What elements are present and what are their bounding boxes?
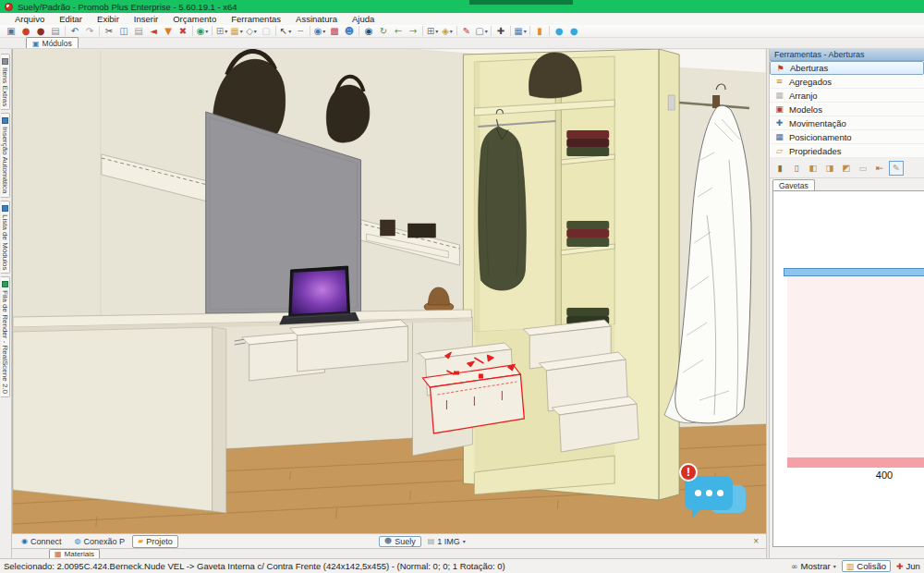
dropdown-arrow-icon: ▾ xyxy=(463,538,466,544)
cut-icon[interactable]: ✂▾ xyxy=(102,25,116,37)
show-button[interactable]: ∞ Mostrar ▾ xyxy=(791,561,836,571)
chat-notification-widget[interactable]: ! xyxy=(683,467,749,524)
3d-viewport[interactable]: ! xyxy=(12,49,766,533)
monitor-icon[interactable]: ▢▾ xyxy=(474,25,489,37)
eye-icon[interactable]: ◉▾ xyxy=(361,25,376,37)
edit-pencil-icon[interactable]: ✎▾ xyxy=(459,25,474,37)
image-count-button[interactable]: ▤ 1 IMG ▾ xyxy=(423,536,470,547)
collision-icon: ▥ xyxy=(846,562,855,571)
tool-movimentacao[interactable]: ✚ Movimentação xyxy=(770,116,924,130)
funnel-icon[interactable]: ▼▾ xyxy=(161,25,176,37)
move-icon[interactable]: ✚▾ xyxy=(493,25,508,37)
chat-bubble-icon[interactable]: ●▾ xyxy=(552,25,566,37)
tools-panel-header: Ferramentas - Aberturas xyxy=(770,49,924,61)
menu-exibir[interactable]: Exibir xyxy=(90,13,127,25)
shapes-icon[interactable]: ◇▾ xyxy=(244,25,259,37)
collision-button[interactable]: ▥ Colisão xyxy=(842,560,891,572)
tool-aberturas[interactable]: ⚑ Aberturas xyxy=(770,61,924,75)
copy-icon[interactable]: ◫▾ xyxy=(116,25,131,37)
dropdown-arrow-icon: ▾ xyxy=(435,29,438,34)
paste-icon[interactable]: ▤▾ xyxy=(131,25,146,37)
dropdown-arrow-icon: ▾ xyxy=(205,29,208,34)
build-environment-icon[interactable]: ⊞▾ xyxy=(214,25,229,37)
opening-align-icon[interactable]: ⇤ xyxy=(872,161,887,176)
viewport-bottom-bar: ◉Connect ◍Conexão P ▰Projeto ☻ Suely ▤ 1… xyxy=(12,533,766,548)
dropdown-arrow-icon: ▾ xyxy=(322,29,325,34)
chat-bubble-icon xyxy=(685,476,733,510)
redo-icon[interactable]: ↷▾ xyxy=(82,25,97,37)
tab-modulos[interactable]: ▣ Módulos xyxy=(26,37,79,48)
red-pointer-icon[interactable]: ◄▾ xyxy=(146,25,161,37)
materials-icon: ▦ xyxy=(55,550,62,558)
tool-icon: ▦ xyxy=(774,132,784,141)
promob-catalog-icon[interactable]: ●▾ xyxy=(18,25,33,37)
person-icon[interactable]: ☻▾ xyxy=(342,25,357,37)
print-icon[interactable]: ▤▾ xyxy=(48,25,63,37)
opening-paste-icon[interactable]: ◨ xyxy=(822,161,837,176)
tool-arranjo[interactable]: ▦ Arranjo xyxy=(770,89,924,103)
menu-orcamento[interactable]: Orçamento xyxy=(165,13,224,25)
nav-forward-icon[interactable]: →▾ xyxy=(406,25,420,37)
promob-update-icon[interactable]: ●▾ xyxy=(33,25,48,37)
menu-editar[interactable]: Editar xyxy=(52,13,90,25)
dropdown-arrow-icon: ▾ xyxy=(240,29,243,34)
join-button[interactable]: ✚ Jun xyxy=(896,561,924,571)
user-button[interactable]: ☻ Suely xyxy=(379,536,421,547)
tab-itens-extras[interactable]: Itens Extras xyxy=(1,54,10,110)
menu-ajuda[interactable]: Ajuda xyxy=(345,13,382,25)
tab-lista-de-modulos[interactable]: Lista de Módulos xyxy=(1,201,10,274)
title-bar: Suely/Padrão - Promob Plus Enterprise - … xyxy=(0,0,924,13)
cube-3d-icon[interactable]: ◈▾ xyxy=(440,25,455,37)
tool-icon: ▱ xyxy=(774,146,784,155)
dropdown-arrow-icon: ▾ xyxy=(485,29,488,34)
render-sphere-icon[interactable]: ◉▾ xyxy=(195,25,210,37)
opening-new-icon[interactable]: ▮ xyxy=(772,161,787,176)
tool-icon: ▣ xyxy=(774,104,784,114)
opening-edit-icon[interactable]: ✎ xyxy=(889,161,904,176)
menu-arquivo[interactable]: Arquivo xyxy=(7,13,52,25)
sidebar-tab-icon xyxy=(2,58,8,65)
nav-back-icon[interactable]: ←▾ xyxy=(391,25,406,37)
lighting-icon[interactable]: ◉▾ xyxy=(312,25,327,37)
delete-icon[interactable]: ✖▾ xyxy=(176,25,190,37)
orbit-icon[interactable]: ↻▾ xyxy=(376,25,391,37)
image-panel-icon[interactable]: ▦▾ xyxy=(513,25,528,37)
tool-modelos[interactable]: ▣ Modelos xyxy=(770,103,924,116)
floorplan-icon[interactable]: ▢▾ xyxy=(259,25,274,37)
viewport-close-button[interactable]: × xyxy=(749,536,762,546)
save-icon[interactable]: ▣▾ xyxy=(4,25,18,37)
drawer-diagram[interactable]: 400 xyxy=(772,190,924,547)
tab-materiais[interactable]: ▦ Materiais xyxy=(49,549,100,558)
walls-icon[interactable]: ▦▾ xyxy=(229,25,244,37)
tab-insercao-automatica[interactable]: Inserção Automática xyxy=(1,113,10,197)
menu-assinatura[interactable]: Assinatura xyxy=(288,13,345,25)
menu-ferramentas[interactable]: Ferramentas xyxy=(224,13,288,25)
tool-posicionamento[interactable]: ▦ Posicionamento xyxy=(770,130,924,144)
menu-inserir[interactable]: Inserir xyxy=(127,13,165,25)
opening-distribute-icon[interactable]: ▭ xyxy=(856,161,870,176)
opening-auto-icon[interactable]: ◩ xyxy=(839,161,854,176)
diagram-bottom-rail xyxy=(787,457,924,468)
opening-delete-icon[interactable]: ▯ xyxy=(789,161,804,176)
views-window-icon[interactable]: ⊞▾ xyxy=(425,25,440,37)
tab-gavetas[interactable]: Gavetas xyxy=(772,179,815,190)
sidebar-tab-icon xyxy=(2,205,8,212)
promob-logo-icon xyxy=(5,3,13,11)
tools-panel: Ferramentas - Aberturas ⚑ Aberturas ≡ Ag… xyxy=(770,49,924,558)
tab-projeto[interactable]: ▰Projeto xyxy=(132,535,178,548)
diagram-top-rail xyxy=(784,268,924,276)
sidebar-tab-icon xyxy=(2,117,8,124)
color-palette-icon[interactable]: ▩▾ xyxy=(327,25,342,37)
chat-bubble2-icon[interactable]: ●▾ xyxy=(566,25,581,37)
tab-connect[interactable]: ◉Connect xyxy=(16,535,67,548)
undo-icon[interactable]: ↶▾ xyxy=(67,25,82,37)
image-icon: ▤ xyxy=(428,537,435,545)
select-cursor-icon[interactable]: ↖▾ xyxy=(278,25,293,37)
tool-agregados[interactable]: ≡ Agregados xyxy=(770,75,924,89)
tab-conexao-p[interactable]: ◍Conexão P xyxy=(69,535,131,548)
opening-copy-icon[interactable]: ◧ xyxy=(806,161,821,176)
tool-propriedades[interactable]: ▱ Propriedades xyxy=(770,144,924,158)
measure-icon[interactable]: ╌▾ xyxy=(293,25,308,37)
tab-fila-de-render[interactable]: Fila de Render - RealScene 2.0 xyxy=(1,276,10,397)
alert-doc-icon[interactable]: ▮▾ xyxy=(532,25,547,37)
